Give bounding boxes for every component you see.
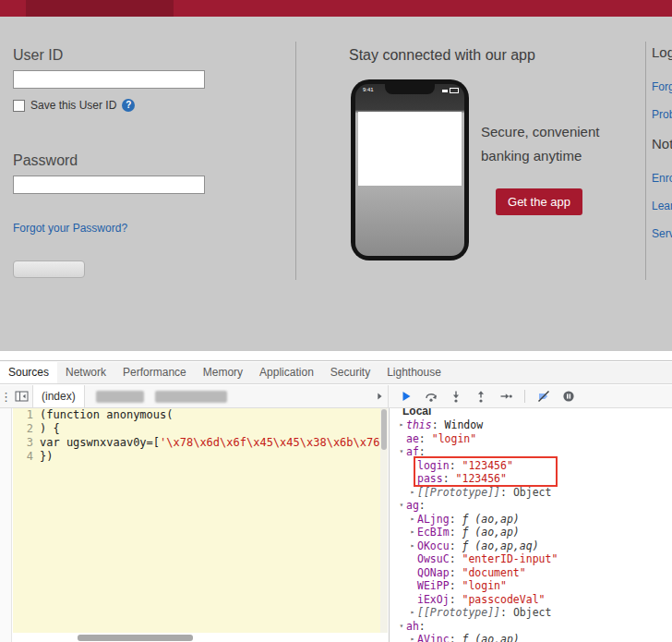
scope-row[interactable]: pass: "123456"	[390, 472, 672, 486]
scope-separator: :	[419, 499, 426, 513]
scope-row[interactable]: iExOj: "passcodeVal"	[390, 593, 672, 607]
triangle-right-icon[interactable]: ▸	[408, 513, 417, 527]
scope-separator: :	[432, 418, 445, 432]
step-icon[interactable]	[499, 390, 512, 403]
get-the-app-button[interactable]: Get the app	[496, 188, 582, 215]
right-rail-link[interactable]: Forgo	[652, 80, 672, 93]
save-user-id-checkbox[interactable]	[13, 100, 25, 112]
right-rail-link[interactable]: Learn	[652, 200, 672, 212]
step-over-icon[interactable]	[425, 390, 438, 403]
scope-row[interactable]: ae: "login"	[390, 432, 672, 446]
scope-value: "enterID-input"	[462, 552, 558, 566]
phone-screen-blank-area	[358, 112, 462, 186]
line-number[interactable]: 2	[13, 422, 40, 436]
code-line[interactable]: 2) {	[13, 422, 380, 436]
scope-pane: Local ▸this: Windowae: "login"▾af:login:…	[389, 408, 672, 642]
right-rail-link[interactable]: Enroll	[652, 172, 672, 185]
triangle-down-icon[interactable]: ▾	[397, 620, 406, 634]
right-rail-link[interactable]: Servi	[652, 227, 672, 240]
password-input[interactable]	[13, 176, 205, 194]
editor-horizontal-scrollbar[interactable]	[13, 633, 388, 642]
scope-section-local[interactable]: Local	[402, 408, 672, 418]
scope-row[interactable]: QONap: "document"	[390, 566, 672, 580]
code-line[interactable]: 3var ugswnxvaav0y=['\x78\x6d\x6f\x45\x45…	[13, 436, 380, 450]
scope-separator: :	[450, 593, 462, 607]
triangle-down-icon[interactable]: ▾	[397, 499, 406, 513]
forgot-password-link[interactable]: Forgot your Password?	[13, 222, 127, 235]
scope-separator: :	[500, 486, 513, 500]
right-rail-link[interactable]: Probl	[652, 108, 672, 121]
app-promo-tagline: Secure, convenient banking anytime	[481, 120, 599, 168]
scope-row[interactable]: ▸EcBIm: ƒ (ao,ap)	[390, 526, 672, 539]
step-into-icon[interactable]	[450, 390, 462, 403]
code-editor[interactable]: 1(function anonymous(2) {3var ugswnxvaav…	[13, 408, 380, 633]
redacted-file-tab[interactable]	[155, 391, 227, 403]
sign-on-button[interactable]	[13, 260, 85, 278]
scope-separator: :	[450, 566, 462, 580]
redacted-file-tab[interactable]	[96, 391, 144, 403]
file-tab-index[interactable]: (index)	[32, 385, 85, 407]
scope-row[interactable]: login: "123456"	[390, 459, 672, 473]
devtools-tab-application[interactable]: Application	[251, 362, 322, 383]
line-number[interactable]: 1	[13, 408, 40, 422]
line-number[interactable]: 4	[13, 450, 40, 464]
tagline-line2: banking anytime	[481, 144, 599, 168]
devtools-tabbar: SourcesNetworkPerformanceMemoryApplicati…	[0, 362, 672, 384]
devtools-tab-network[interactable]: Network	[57, 362, 114, 383]
scope-row[interactable]: ▾af:	[390, 445, 672, 459]
scope-key: [[Prototype]]	[417, 606, 500, 620]
toolbar-separator	[524, 390, 525, 403]
scope-separator: :	[450, 459, 462, 473]
code-line[interactable]: 4})	[13, 450, 380, 464]
scope-key: [[Prototype]]	[417, 486, 500, 500]
line-number[interactable]: 3	[13, 436, 40, 450]
devtools-tab-memory[interactable]: Memory	[195, 362, 251, 383]
user-id-input[interactable]	[13, 70, 205, 89]
scope-separator: :	[419, 620, 426, 634]
triangle-right-icon[interactable]: ▸	[408, 606, 417, 620]
triangle-right-icon[interactable]: ▸	[408, 526, 417, 539]
triangle-right-icon[interactable]: ▸	[397, 418, 406, 432]
scope-separator: :	[419, 432, 432, 446]
scope-separator: :	[450, 526, 462, 539]
scope-row[interactable]: ▸[[Prototype]]: Object	[390, 606, 672, 620]
triangle-right-icon[interactable]: ▸	[408, 486, 417, 500]
more-tabs-icon[interactable]	[371, 391, 388, 402]
scope-row[interactable]: WEiPP: "login"	[390, 579, 672, 593]
devtools-tab-sources[interactable]: Sources	[0, 362, 57, 383]
triangle-down-icon[interactable]: ▾	[397, 445, 406, 459]
pause-on-exceptions-icon[interactable]	[562, 390, 575, 403]
scope-row[interactable]: ▾ag:	[390, 499, 672, 513]
scope-row[interactable]: ▾ah:	[390, 620, 672, 634]
scope-row[interactable]: ▸AVjnc: ƒ (ao,ap)	[390, 633, 672, 642]
triangle-right-icon[interactable]: ▸	[408, 633, 417, 642]
scope-key: login	[417, 459, 450, 473]
scope-value: Object	[513, 606, 552, 620]
devtools-tab-performance[interactable]: Performance	[114, 362, 195, 383]
scope-separator: :	[450, 633, 462, 642]
editor-horizontal-scroll-thumb[interactable]	[78, 635, 193, 641]
deactivate-breakpoints-icon[interactable]	[537, 390, 550, 403]
scope-value: Object	[513, 486, 552, 500]
scope-row[interactable]: ▸this: Window	[390, 418, 672, 432]
triangle-right-icon[interactable]: ▸	[408, 539, 417, 553]
scope-row[interactable]: OwsuC: "enterID-input"	[390, 552, 672, 566]
scope-rows: ▸this: Windowae: "login"▾af:login: "1234…	[390, 418, 672, 642]
devtools-content: 1(function anonymous(2) {3var ugswnxvaav…	[0, 408, 672, 642]
scope-key: pass	[417, 472, 443, 486]
devtools-tab-lighthouse[interactable]: Lighthouse	[378, 362, 450, 383]
scope-value: "login"	[462, 579, 506, 593]
scope-row[interactable]: ▸OKocu: ƒ (ao,ap,aq)	[390, 539, 672, 553]
scope-value: ƒ (ao,ap)	[462, 513, 519, 527]
help-icon[interactable]: ?	[122, 99, 135, 112]
resume-icon[interactable]	[400, 390, 413, 403]
editor-vertical-scroll-thumb[interactable]	[381, 409, 387, 450]
devtools-tab-security[interactable]: Security	[322, 362, 378, 383]
site-header	[0, 0, 672, 17]
scope-row[interactable]: ▸[[Prototype]]: Object	[390, 486, 672, 500]
code-line[interactable]: 1(function anonymous(	[13, 408, 380, 422]
step-out-icon[interactable]	[474, 390, 487, 403]
show-navigator-icon[interactable]	[12, 390, 32, 403]
more-options-icon[interactable]: ⋮	[0, 390, 12, 404]
scope-row[interactable]: ▸ALjng: ƒ (ao,ap)	[390, 513, 672, 527]
